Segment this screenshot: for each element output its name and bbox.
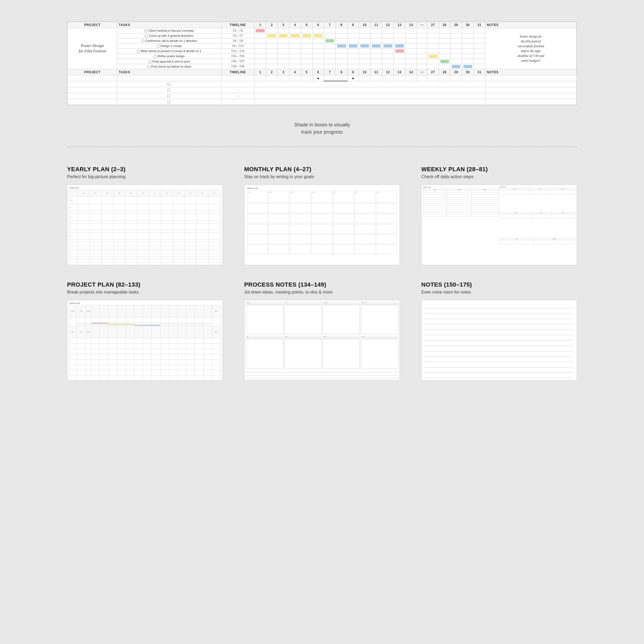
dot-start: ● [312,75,324,81]
header-day-2: 2 [266,22,277,28]
note-line-4 [425,320,573,324]
header-day-7: 7 [324,22,336,28]
task-date-2: 7/3 – 7/7 [221,33,254,38]
section-yearly-preview: YEARLY PLAN JANFEBMARAPRMAYJUNJULAUGSEPO… [67,185,223,265]
section-weekly-desc: Check off daily action steps [421,174,577,179]
note-line-3 [425,314,573,319]
note-line-10 [425,352,573,357]
note-line-11 [425,357,573,362]
note-line-7 [425,336,573,341]
notes-text: Poster design forthe film festivalsucces… [485,28,576,69]
note-line-8 [425,341,573,346]
section-monthly-title: MONTHLY PLAN (4–27) [244,166,400,173]
section-project-preview: PROJECT PLAN PROJECTTASKSTIMELINE NOTES … [67,300,223,380]
section-weekly-preview: WEEKLY PLAN TIMETASKDONE [421,185,577,265]
note-line-12 [425,363,573,367]
empty-row-2: — [68,87,577,93]
header-ellipsis: ··· [417,22,427,28]
note-line-2 [425,309,573,314]
header-day-11: 11 [371,22,382,28]
task-date-3: 7/8 – 7/8 [221,38,254,43]
task-name-4: Design 3 comps [117,43,221,49]
timeline-connector-row: ● ● [68,75,577,81]
header-project: PROJECT [68,22,117,28]
header-day-14: 14 [405,22,417,28]
task-date-4: 7/8 – 7/13 [221,43,254,49]
header-day-8: 8 [336,22,347,28]
task-row-1: Poster Designfor Film Festival Client me… [68,28,577,33]
section-project: PROJECT PLAN (82–133) Break projects int… [67,281,223,380]
task-name-6: Refine poster design [117,54,221,59]
header-tasks: TASKS [117,22,221,28]
gantt-caption: Shade in boxes to visually track your pr… [294,121,350,136]
note-line-14 [425,373,573,378]
empty-row-4 [68,99,577,105]
task-date-6: 7/15 – 7/20 [221,54,254,59]
task-name-5: Meet clients to present 3 comps & decide… [117,49,221,54]
note-line-6 [425,330,573,335]
note-line-1 [425,303,573,308]
header-day-4: 4 [289,22,301,28]
section-notes-preview [421,300,577,380]
section-project-title: PROJECT PLAN (82–133) [67,281,223,288]
note-line-13 [425,368,573,373]
header-day-29: 29 [450,22,462,28]
bar-1-d1 [254,28,266,33]
header-day-30: 30 [462,22,474,28]
header-day-5: 5 [301,22,312,28]
section-process-preview: MEETING IDEAS TO-DO NOTES [244,300,400,380]
section-process-title: PROCESS NOTES (134–149) [244,281,400,288]
section-monthly-desc: Stay on track by writing in your goals [244,174,400,179]
header-day-1: 1 [254,22,266,28]
empty-row-1 [68,81,577,87]
note-line-5 [425,325,573,330]
section-process: PROCESS NOTES (134–149) Jot down ideas, … [244,281,400,380]
dot-end: ● [347,75,359,81]
header-day-3: 3 [277,22,289,28]
section-yearly-title: YEARLY PLAN (2–3) [67,166,223,173]
gantt-header-row-2: PROJECT TASKS TIMELINE 123 456 789 10111… [68,69,577,75]
section-project-desc: Break projects into manageable tasks [67,290,223,295]
gantt-chart: PROJECT TASKS TIMELINE 1 2 3 4 5 6 7 8 9… [67,21,577,105]
section-yearly-desc: Perfect for big-picture planning [67,174,223,179]
header-timeline: TIMELINE [221,22,254,28]
section-weekly-title: WEEKLY PLAN (28–81) [421,166,577,173]
task-name-8: Print check out deliver to client [117,64,221,69]
section-notes-desc: Even more room for notes [421,290,577,295]
task-date-5: 7/14 – 7/14 [221,49,254,54]
header2-tasks: TASKS [117,69,221,75]
note-line-9 [425,346,573,351]
section-notes-title: NOTES (150–175) [421,281,577,288]
header-day-28: 28 [439,22,450,28]
section-yearly: YEARLY PLAN (2–3) Perfect for big-pictur… [67,166,223,265]
header-day-13: 13 [394,22,405,28]
section-monthly-preview: MONTHLY PLAN SUN MON TUE WED THU FRI SAT [244,185,400,265]
task-date-7: 7/20 – 7/27 [221,59,254,64]
task-name-1: Client meeting to discuss concepts [117,28,221,33]
task-name-2: Come up with 3 general directions [117,33,221,38]
header2-timeline: TIMELINE [221,69,254,75]
section-monthly: MONTHLY PLAN (4–27) Stay on track by wri… [244,166,400,265]
task-name-3: Conference call to decide on 1 direction [117,38,221,43]
task-date-1: 7/2 – 7/2 [221,28,254,33]
header-day-27: 27 [427,22,439,28]
header-day-6: 6 [312,22,324,28]
project-label: Poster Designfor Film Festival [68,28,117,69]
header2-notes: NOTES [485,69,576,75]
section-notes: NOTES (150–175) Even more room for notes [421,281,577,380]
header-notes: NOTES [485,22,576,28]
project-mini-header: PROJECT PLAN [69,302,220,304]
empty-row-3: — [68,93,577,99]
section-process-desc: Jot down ideas, meeting points, to-dos &… [244,290,400,295]
note-line-15 [425,379,573,380]
header-day-9: 9 [347,22,359,28]
task-name-7: Final approval & sent to print [117,59,221,64]
yearly-mini-header: YEARLY PLAN [69,187,220,189]
sections-grid: YEARLY PLAN (2–3) Perfect for big-pictur… [67,166,577,380]
monthly-mini-header: MONTHLY PLAN [247,188,397,189]
header-day-10: 10 [359,22,370,28]
header-day-12: 12 [382,22,394,28]
task-date-8: 7/28 – 7/30 [221,64,254,69]
header-day-31: 31 [474,22,485,28]
section-weekly: WEEKLY PLAN (28–81) Check off daily acti… [421,166,577,265]
